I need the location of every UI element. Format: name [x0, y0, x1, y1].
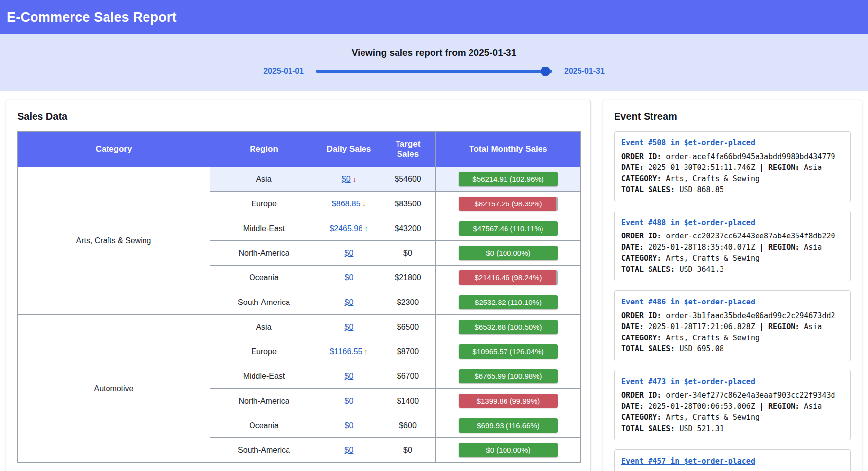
- sales-data-heading: Sales Data: [17, 111, 579, 122]
- monthly-sales-badge: $10965.57 (126.04%): [459, 344, 558, 359]
- daily-sales-link[interactable]: $0: [345, 421, 354, 430]
- trend-down-icon: ↓: [353, 175, 357, 183]
- date-value: 2025-01-28T17:21:06.828Z: [648, 322, 755, 331]
- region-cell: Europe: [210, 339, 318, 364]
- table-row: Arts, Crafts & Sewing Asia $0↓ $54600 $5…: [18, 167, 581, 192]
- daily-sales-cell: $0: [318, 266, 380, 290]
- date-value: 2025-01-30T02:51:11.746Z: [648, 163, 755, 172]
- badge-label: $21416.46 (98.24%): [459, 270, 558, 285]
- total-sales-line: TOTAL SALES: USD 695.08: [621, 343, 843, 355]
- filter-title: Viewing sales report from 2025-01-31: [0, 47, 868, 58]
- category-label: CATEGORY:: [621, 174, 661, 183]
- col-header-category: Category: [18, 132, 210, 167]
- monthly-sales-badge: $6532.68 (100.50%): [459, 320, 558, 334]
- monthly-sales-badge: $699.93 (116.66%): [459, 418, 558, 433]
- category-label: CATEGORY:: [621, 413, 661, 422]
- trend-down-icon: ↓: [362, 200, 366, 208]
- event-link[interactable]: Event #473 in $et-order-placed: [621, 376, 755, 388]
- date-value: 2025-01-28T18:35:40.071Z: [648, 243, 755, 252]
- date-label: DATE:: [621, 322, 644, 331]
- table-header-row: Category Region Daily Sales Target Sales…: [18, 132, 581, 167]
- badge-label: $6765.99 (100.98%): [459, 369, 558, 383]
- region-cell: South-America: [210, 438, 318, 463]
- event-link[interactable]: Event #508 in $et-order-placed: [621, 137, 755, 149]
- total-sales-line: TOTAL SALES: USD 3641.3: [621, 264, 843, 275]
- app-header: E-Commerce Sales Report: [0, 0, 868, 34]
- event-link[interactable]: Event #488 in $et-order-placed: [621, 217, 755, 229]
- trend-up-icon: ↑: [364, 224, 368, 233]
- category-value: Arts, Crafts & Sewing: [666, 254, 760, 263]
- category-value: Arts, Crafts & Sewing: [666, 174, 760, 183]
- event-link[interactable]: Event #457 in $et-order-placed: [621, 456, 755, 467]
- daily-sales-link[interactable]: $868.85: [332, 200, 361, 208]
- daily-sales-cell: $0: [318, 315, 380, 339]
- target-sales-cell: $2300: [380, 290, 436, 315]
- target-sales-cell: $600: [380, 413, 436, 438]
- region-cell: North-America: [210, 241, 318, 266]
- monthly-sales-badge: $6765.99 (100.98%): [459, 369, 558, 383]
- daily-sales-link[interactable]: $0: [345, 298, 354, 306]
- category-line: CATEGORY: Arts, Crafts & Sewing: [621, 333, 843, 344]
- daily-sales-cell: $0: [318, 438, 380, 463]
- events-list: Event #508 in $et-order-placed ORDER ID:…: [614, 131, 851, 471]
- monthly-sales-badge: $2532.32 (110.10%): [459, 295, 558, 309]
- daily-sales-link[interactable]: $2465.96: [329, 224, 362, 233]
- daily-sales-cell: $2465.96↑: [318, 216, 380, 241]
- date-slider-thumb[interactable]: [541, 67, 550, 76]
- category-line: CATEGORY: Arts, Crafts & Sewing: [621, 412, 843, 423]
- region-cell: Asia: [210, 167, 318, 192]
- total-sales-cell: $2532.32 (110.10%): [436, 290, 581, 315]
- col-header-daily-sales: Daily Sales: [318, 132, 380, 167]
- order-id-line: ORDER ID: order-cc20237cc62443ee87ab4e35…: [621, 231, 843, 242]
- total-sales-value: USD 3641.3: [679, 265, 723, 274]
- total-sales-cell: $0 (100.00%): [436, 438, 581, 463]
- target-sales-cell: $54600: [380, 167, 436, 192]
- category-label: CATEGORY:: [621, 334, 661, 342]
- monthly-sales-badge: $0 (100.00%): [459, 246, 558, 260]
- sales-table-body: Arts, Crafts & Sewing Asia $0↓ $54600 $5…: [18, 167, 581, 463]
- date-slider[interactable]: [316, 70, 552, 73]
- order-id-label: ORDER ID:: [621, 152, 661, 161]
- total-sales-label: TOTAL SALES:: [621, 344, 675, 353]
- region-value: Asia: [804, 322, 822, 331]
- date-label: DATE:: [621, 243, 644, 252]
- region-value: Asia: [804, 402, 822, 411]
- col-header-region: Region: [210, 132, 318, 167]
- category-line: CATEGORY: Arts, Crafts & Sewing: [621, 253, 843, 264]
- date-value: 2025-01-28T00:06:53.006Z: [648, 402, 755, 411]
- daily-sales-link[interactable]: $0: [345, 249, 354, 257]
- target-sales-cell: $83500: [380, 192, 436, 216]
- col-header-total-monthly-sales: Total Monthly Sales: [436, 132, 581, 167]
- daily-sales-link[interactable]: $0: [342, 175, 351, 183]
- region-cell: Europe: [210, 192, 318, 216]
- daily-sales-link[interactable]: $0: [345, 372, 354, 380]
- total-sales-cell: $0 (100.00%): [436, 241, 581, 266]
- badge-label: $2532.32 (110.10%): [459, 295, 558, 309]
- order-id-label: ORDER ID:: [621, 391, 661, 400]
- region-label: | REGION:: [760, 243, 799, 252]
- daily-sales-link[interactable]: $0: [345, 446, 354, 454]
- badge-label: $82157.26 (98.39%): [459, 197, 558, 211]
- region-cell: Middle-East: [210, 364, 318, 389]
- category-cell: Automotive: [18, 315, 210, 463]
- trend-up-icon: ↑: [364, 347, 368, 356]
- daily-sales-link[interactable]: $0: [345, 273, 354, 282]
- daily-sales-link[interactable]: $0: [345, 323, 354, 331]
- badge-label: $56214.91 (102.96%): [459, 172, 558, 186]
- total-sales-value: USD 868.85: [679, 185, 723, 194]
- event-stream-heading: Event Stream: [614, 111, 851, 122]
- target-sales-cell: $6500: [380, 315, 436, 339]
- order-id-line: ORDER ID: order-3b1faad35bde4e06ad99c2c2…: [621, 310, 843, 322]
- order-id-line: ORDER ID: order-acef4fa66bd945a3abdd9980…: [621, 151, 843, 163]
- daily-sales-cell: $0: [318, 389, 380, 413]
- daily-sales-link[interactable]: $1166.55: [330, 347, 362, 356]
- event-card: Event #457 in $et-order-placed ORDER ID:…: [614, 449, 851, 471]
- event-card: Event #488 in $et-order-placed ORDER ID:…: [614, 211, 851, 282]
- daily-sales-link[interactable]: $0: [345, 397, 354, 405]
- date-label: DATE:: [621, 163, 644, 172]
- date-region-line: DATE: 2025-01-30T02:51:11.746Z | REGION:…: [621, 162, 843, 173]
- region-value: Asia: [804, 163, 822, 172]
- target-sales-cell: $21800: [380, 266, 436, 290]
- order-id-value: order-34ef277c862e4a3eaaf903cc22f9343d: [666, 391, 835, 400]
- event-link[interactable]: Event #486 in $et-order-placed: [621, 297, 755, 308]
